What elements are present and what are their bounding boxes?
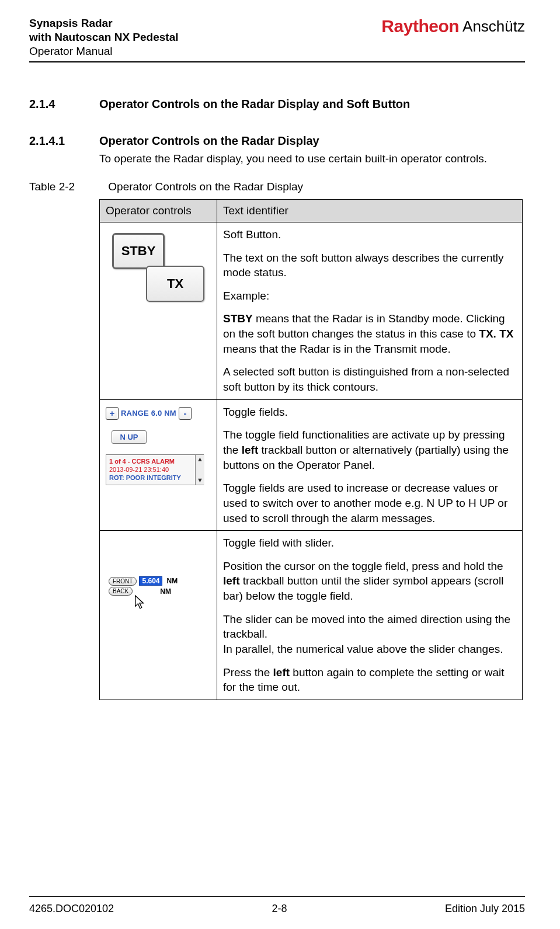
page-footer: 4265.DOC020102 2-8 Edition July 2015 [29, 896, 525, 915]
title-line-1: Synapsis Radar [29, 16, 179, 30]
operator-control-cell: + RANGE 6.0 NM - N UP 1 of 4 - CCRS ALAR… [100, 399, 217, 530]
section-title: Operator Controls on the Radar Display a… [99, 98, 410, 111]
cursor-icon [133, 594, 146, 611]
description-cell: Soft Button. The text on the soft button… [217, 222, 523, 399]
back-pill[interactable]: BACK [109, 587, 133, 596]
bold-text: left [273, 666, 290, 679]
range-toggle: + RANGE 6.0 NM - [106, 407, 211, 420]
slider-unit: NM [166, 577, 178, 585]
desc-line: Toggle fields are used to increase or de… [223, 481, 516, 526]
plain-text: means that the Radar is in the Transmit … [223, 343, 451, 355]
footer-rule [29, 896, 525, 897]
desc-line: Example: [223, 288, 516, 304]
table-row: STBY TX Soft Button. The text on the sof… [100, 222, 523, 399]
title-line-2: with Nautoscan NX Pedestal [29, 30, 179, 44]
title-line-3: Operator Manual [29, 44, 179, 58]
operator-control-cell: STBY TX [100, 222, 217, 399]
bold-text: TX. TX [479, 328, 513, 340]
scroll-up-icon[interactable]: ▲ [197, 455, 203, 463]
range-plus-button[interactable]: + [106, 407, 119, 420]
alarm-line-2: 2013-09-21 23:51:40 [109, 465, 200, 474]
section-num: 2.1.4 [29, 98, 99, 111]
brand-logo: Raytheon Anschütz [381, 16, 525, 36]
table-header-row: Operator controls Text identifier [100, 199, 523, 222]
alarm-message-box[interactable]: 1 of 4 - CCRS ALARM 2013-09-21 23:51:40 … [106, 454, 204, 485]
table-row: FRONT 5.604 NM BACK NM Toggle field with [100, 531, 523, 700]
plain-text: trackball button until the slider symbol… [223, 575, 503, 602]
table-caption: Table 2-2 Operator Controls on the Radar… [29, 180, 525, 193]
toggle-fields-figure: + RANGE 6.0 NM - N UP 1 of 4 - CCRS ALAR… [106, 405, 211, 485]
section-2-1-4: 2.1.4 Operator Controls on the Radar Dis… [29, 98, 525, 111]
desc-line: Toggle field with slider. [223, 535, 516, 551]
operator-control-cell: FRONT 5.604 NM BACK NM [100, 531, 217, 700]
plain-text: trackball button or alternatively (parti… [223, 444, 509, 471]
slider-unit: NM [160, 587, 171, 596]
page-header: Synapsis Radar with Nautoscan NX Pedesta… [29, 16, 525, 58]
desc-line: Position the cursor on the toggle field,… [223, 559, 516, 604]
desc-line: STBY means that the Radar is in Standby … [223, 311, 516, 356]
desc-line: Toggle fields. [223, 405, 516, 420]
col-header-operator-controls: Operator controls [100, 199, 217, 222]
desc-line: Soft Button. [223, 227, 516, 242]
soft-button-figure: STBY TX [109, 231, 208, 312]
desc-line: The text on the soft button always descr… [223, 250, 516, 280]
alarm-line-1: 1 of 4 - CCRS ALARM [109, 457, 200, 465]
table-caption-num: Table 2-2 [29, 180, 105, 193]
slider-toggle-figure: FRONT 5.604 NM BACK NM [109, 576, 208, 611]
slider-value[interactable]: 5.604 [139, 576, 162, 586]
front-pill[interactable]: FRONT [109, 577, 137, 586]
logo-sub: Anschütz [462, 18, 525, 36]
logo-main: Raytheon [381, 16, 459, 36]
table-caption-text: Operator Controls on the Radar Display [108, 180, 303, 193]
plain-text: Press the [223, 666, 273, 679]
desc-line: Press the left button again to complete … [223, 665, 516, 695]
bold-text: left [242, 444, 259, 456]
desc-line: A selected soft button is distinguished … [223, 364, 516, 394]
header-rule [29, 61, 525, 62]
tx-soft-button[interactable]: TX [146, 266, 204, 302]
header-title-block: Synapsis Radar with Nautoscan NX Pedesta… [29, 16, 179, 58]
section-num: 2.1.4.1 [29, 134, 99, 166]
operator-controls-table: Operator controls Text identifier STBY T… [99, 199, 523, 700]
orientation-toggle-button[interactable]: N UP [112, 430, 147, 444]
col-header-text-identifier: Text identifier [217, 199, 523, 222]
desc-line: The toggle field functionalities are act… [223, 427, 516, 472]
section-title: Operator Controls on the Radar Display [99, 134, 525, 148]
section-body: To operate the Radar display, you need t… [99, 151, 525, 166]
footer-page-num: 2-8 [272, 903, 287, 915]
alarm-scroll[interactable]: ▲ ▼ [195, 455, 204, 485]
section-2-1-4-1: 2.1.4.1 Operator Controls on the Radar D… [29, 134, 525, 166]
scroll-down-icon[interactable]: ▼ [197, 476, 203, 484]
desc-line: In parallel, the numerical value above t… [223, 642, 516, 657]
desc-line: The slider can be moved into the aimed d… [223, 612, 516, 642]
description-cell: Toggle fields. The toggle field function… [217, 399, 523, 530]
range-minus-button[interactable]: - [179, 407, 192, 420]
alarm-line-3: ROT: POOR INTEGRITY [109, 474, 200, 482]
range-label: RANGE 6.0 NM [121, 409, 176, 417]
footer-edition: Edition July 2015 [445, 903, 525, 915]
plain-text: means that the Radar is in Standby mode.… [223, 312, 505, 340]
stby-soft-button[interactable]: STBY [112, 233, 165, 269]
table-row: + RANGE 6.0 NM - N UP 1 of 4 - CCRS ALAR… [100, 399, 523, 530]
footer-doc-id: 4265.DOC020102 [29, 903, 114, 915]
plain-text: Position the cursor on the toggle field,… [223, 560, 503, 572]
bold-text: STBY [223, 312, 253, 325]
description-cell: Toggle field with slider. Position the c… [217, 531, 523, 700]
bold-text: left [223, 575, 240, 587]
